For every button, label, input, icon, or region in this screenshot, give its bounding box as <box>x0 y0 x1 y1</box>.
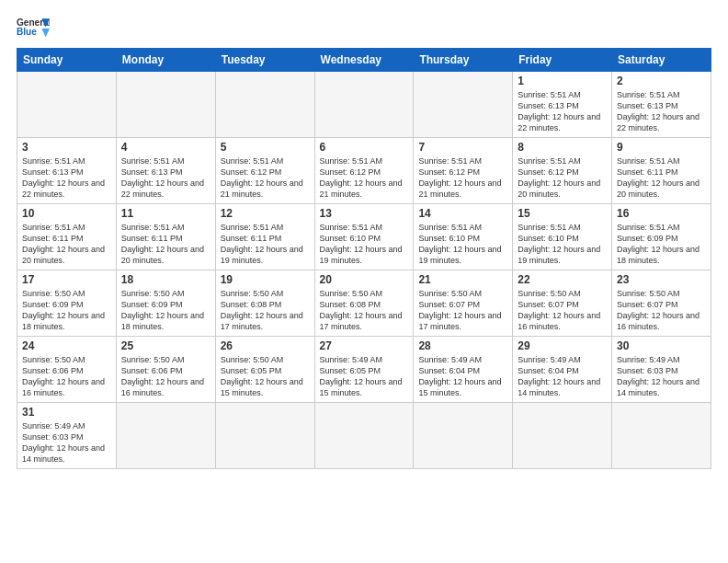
logo: General Blue <box>17 15 50 42</box>
calendar-cell: 10Sunrise: 5:51 AM Sunset: 6:11 PM Dayli… <box>17 204 117 270</box>
calendar-cell <box>314 72 414 138</box>
calendar-cell: 15Sunrise: 5:51 AM Sunset: 6:10 PM Dayli… <box>513 204 612 270</box>
day-info: Sunrise: 5:50 AM Sunset: 6:07 PM Dayligh… <box>617 288 706 333</box>
day-info: Sunrise: 5:49 AM Sunset: 6:03 PM Dayligh… <box>22 420 111 465</box>
day-number: 23 <box>617 273 706 286</box>
day-info: Sunrise: 5:51 AM Sunset: 6:13 PM Dayligh… <box>22 155 111 201</box>
day-info: Sunrise: 5:51 AM Sunset: 6:10 PM Dayligh… <box>418 222 507 267</box>
week-row-6: 31Sunrise: 5:49 AM Sunset: 6:03 PM Dayli… <box>17 403 711 469</box>
week-row-3: 10Sunrise: 5:51 AM Sunset: 6:11 PM Dayli… <box>17 204 711 270</box>
weekday-header-thursday: Thursday <box>414 49 513 72</box>
calendar-cell: 26Sunrise: 5:50 AM Sunset: 6:05 PM Dayli… <box>215 337 314 403</box>
day-number: 14 <box>418 207 507 220</box>
day-info: Sunrise: 5:51 AM Sunset: 6:11 PM Dayligh… <box>617 155 706 201</box>
day-info: Sunrise: 5:51 AM Sunset: 6:11 PM Dayligh… <box>121 222 210 267</box>
logo-icon: General Blue <box>17 15 50 42</box>
calendar-cell: 31Sunrise: 5:49 AM Sunset: 6:03 PM Dayli… <box>17 403 117 469</box>
day-number: 12 <box>221 207 310 220</box>
day-info: Sunrise: 5:51 AM Sunset: 6:13 PM Dayligh… <box>121 155 210 201</box>
weekday-header-monday: Monday <box>116 49 215 72</box>
calendar-cell: 29Sunrise: 5:49 AM Sunset: 6:04 PM Dayli… <box>513 337 612 403</box>
calendar-cell: 3Sunrise: 5:51 AM Sunset: 6:13 PM Daylig… <box>17 138 117 204</box>
day-info: Sunrise: 5:50 AM Sunset: 6:07 PM Dayligh… <box>418 288 507 333</box>
day-number: 4 <box>121 141 210 154</box>
day-info: Sunrise: 5:50 AM Sunset: 6:06 PM Dayligh… <box>121 354 210 399</box>
week-row-1: 1Sunrise: 5:51 AM Sunset: 6:13 PM Daylig… <box>17 72 711 138</box>
day-number: 3 <box>22 141 111 154</box>
day-number: 11 <box>121 207 210 220</box>
calendar-cell <box>414 72 513 138</box>
day-info: Sunrise: 5:50 AM Sunset: 6:09 PM Dayligh… <box>121 288 210 333</box>
calendar-cell: 27Sunrise: 5:49 AM Sunset: 6:05 PM Dayli… <box>314 337 414 403</box>
calendar-cell: 28Sunrise: 5:49 AM Sunset: 6:04 PM Dayli… <box>414 337 513 403</box>
calendar-cell: 11Sunrise: 5:51 AM Sunset: 6:11 PM Dayli… <box>116 204 215 270</box>
calendar-cell: 18Sunrise: 5:50 AM Sunset: 6:09 PM Dayli… <box>116 270 215 337</box>
day-info: Sunrise: 5:51 AM Sunset: 6:09 PM Dayligh… <box>617 222 706 267</box>
calendar-cell: 16Sunrise: 5:51 AM Sunset: 6:09 PM Dayli… <box>612 204 711 270</box>
day-number: 7 <box>418 141 507 154</box>
day-number: 22 <box>518 273 607 286</box>
day-number: 26 <box>221 339 310 352</box>
day-info: Sunrise: 5:49 AM Sunset: 6:04 PM Dayligh… <box>418 354 507 399</box>
weekday-header-sunday: Sunday <box>17 49 117 72</box>
calendar-cell: 22Sunrise: 5:50 AM Sunset: 6:07 PM Dayli… <box>513 270 612 337</box>
day-number: 29 <box>518 339 607 352</box>
day-info: Sunrise: 5:51 AM Sunset: 6:13 PM Dayligh… <box>617 89 706 134</box>
week-row-2: 3Sunrise: 5:51 AM Sunset: 6:13 PM Daylig… <box>17 138 711 204</box>
day-info: Sunrise: 5:49 AM Sunset: 6:05 PM Dayligh… <box>320 354 409 399</box>
calendar-cell: 7Sunrise: 5:51 AM Sunset: 6:12 PM Daylig… <box>414 138 513 204</box>
calendar-cell <box>17 72 117 138</box>
day-number: 18 <box>121 273 210 286</box>
day-info: Sunrise: 5:50 AM Sunset: 6:08 PM Dayligh… <box>320 288 409 333</box>
calendar-cell: 4Sunrise: 5:51 AM Sunset: 6:13 PM Daylig… <box>116 138 215 204</box>
calendar-cell <box>414 403 513 469</box>
day-number: 20 <box>320 273 409 286</box>
calendar-cell: 20Sunrise: 5:50 AM Sunset: 6:08 PM Dayli… <box>314 270 414 337</box>
day-number: 28 <box>418 339 507 352</box>
weekday-header-friday: Friday <box>513 49 612 72</box>
calendar-cell: 12Sunrise: 5:51 AM Sunset: 6:11 PM Dayli… <box>215 204 314 270</box>
day-number: 5 <box>221 141 310 154</box>
day-info: Sunrise: 5:51 AM Sunset: 6:12 PM Dayligh… <box>418 155 507 201</box>
day-number: 13 <box>320 207 409 220</box>
day-number: 31 <box>22 406 111 419</box>
day-number: 27 <box>320 339 409 352</box>
day-number: 30 <box>617 339 706 352</box>
calendar-cell: 13Sunrise: 5:51 AM Sunset: 6:10 PM Dayli… <box>314 204 414 270</box>
day-number: 8 <box>518 141 607 154</box>
calendar-cell <box>215 72 314 138</box>
calendar-cell <box>116 72 215 138</box>
day-info: Sunrise: 5:51 AM Sunset: 6:10 PM Dayligh… <box>518 222 607 267</box>
day-info: Sunrise: 5:50 AM Sunset: 6:09 PM Dayligh… <box>22 288 111 333</box>
day-info: Sunrise: 5:49 AM Sunset: 6:04 PM Dayligh… <box>518 354 607 399</box>
week-row-5: 24Sunrise: 5:50 AM Sunset: 6:06 PM Dayli… <box>17 337 711 403</box>
header: General Blue <box>17 15 711 42</box>
day-number: 15 <box>518 207 607 220</box>
calendar-cell: 25Sunrise: 5:50 AM Sunset: 6:06 PM Dayli… <box>116 337 215 403</box>
calendar-cell: 19Sunrise: 5:50 AM Sunset: 6:08 PM Dayli… <box>215 270 314 337</box>
day-info: Sunrise: 5:49 AM Sunset: 6:03 PM Dayligh… <box>617 354 706 399</box>
day-number: 9 <box>617 141 706 154</box>
day-number: 1 <box>518 75 607 87</box>
day-info: Sunrise: 5:50 AM Sunset: 6:08 PM Dayligh… <box>221 288 310 333</box>
day-number: 17 <box>22 273 111 286</box>
calendar: SundayMondayTuesdayWednesdayThursdayFrid… <box>17 48 711 469</box>
calendar-cell <box>314 403 414 469</box>
calendar-cell: 2Sunrise: 5:51 AM Sunset: 6:13 PM Daylig… <box>612 72 711 138</box>
day-number: 10 <box>22 207 111 220</box>
calendar-cell: 23Sunrise: 5:50 AM Sunset: 6:07 PM Dayli… <box>612 270 711 337</box>
calendar-cell: 14Sunrise: 5:51 AM Sunset: 6:10 PM Dayli… <box>414 204 513 270</box>
week-row-4: 17Sunrise: 5:50 AM Sunset: 6:09 PM Dayli… <box>17 270 711 337</box>
calendar-cell: 6Sunrise: 5:51 AM Sunset: 6:12 PM Daylig… <box>314 138 414 204</box>
day-info: Sunrise: 5:51 AM Sunset: 6:12 PM Dayligh… <box>320 155 409 201</box>
day-number: 6 <box>320 141 409 154</box>
day-info: Sunrise: 5:50 AM Sunset: 6:05 PM Dayligh… <box>221 354 310 399</box>
day-info: Sunrise: 5:51 AM Sunset: 6:13 PM Dayligh… <box>518 89 607 134</box>
day-info: Sunrise: 5:51 AM Sunset: 6:12 PM Dayligh… <box>221 155 310 201</box>
calendar-cell <box>513 403 612 469</box>
day-number: 19 <box>221 273 310 286</box>
day-number: 2 <box>617 75 706 87</box>
day-number: 25 <box>121 339 210 352</box>
day-number: 24 <box>22 339 111 352</box>
day-info: Sunrise: 5:50 AM Sunset: 6:06 PM Dayligh… <box>22 354 111 399</box>
